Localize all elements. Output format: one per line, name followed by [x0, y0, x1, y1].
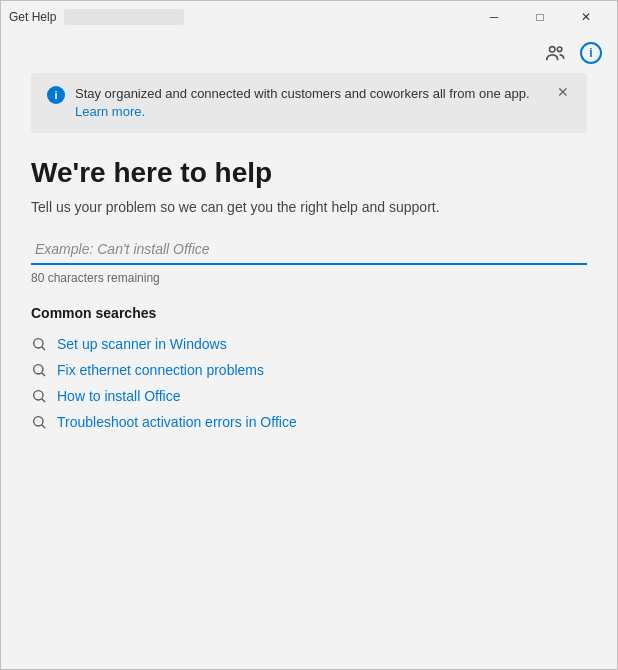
search-item[interactable]: How to install Office [31, 383, 587, 409]
info-icon-button[interactable]: i [577, 39, 605, 67]
title-bar-left: Get Help [9, 9, 184, 25]
banner-info-icon: i [47, 86, 65, 104]
info-icon: i [580, 42, 602, 64]
search-item[interactable]: Troubleshoot activation errors in Office [31, 409, 587, 435]
svg-line-5 [42, 373, 45, 376]
svg-point-4 [34, 365, 43, 374]
people-icon-button[interactable] [541, 39, 569, 67]
svg-line-9 [42, 425, 45, 428]
close-button[interactable]: ✕ [563, 1, 609, 33]
title-bar-search-placeholder [64, 9, 184, 25]
minimize-button[interactable]: ─ [471, 1, 517, 33]
info-banner: i Stay organized and connected with cust… [31, 73, 587, 133]
svg-line-3 [42, 347, 45, 350]
search-item-icon [31, 362, 47, 378]
window-title: Get Help [9, 10, 56, 24]
search-item[interactable]: Set up scanner in Windows [31, 331, 587, 357]
main-heading: We're here to help [31, 157, 587, 189]
search-item-label: Fix ethernet connection problems [57, 362, 264, 378]
toolbar: i [1, 33, 617, 73]
search-item-icon [31, 336, 47, 352]
common-searches-title: Common searches [31, 305, 587, 321]
svg-point-1 [557, 47, 562, 52]
search-item-label: Troubleshoot activation errors in Office [57, 414, 297, 430]
title-bar-controls: ─ □ ✕ [471, 1, 609, 33]
common-searches-list: Set up scanner in WindowsFix ethernet co… [31, 331, 587, 435]
banner-text: Stay organized and connected with custom… [75, 85, 545, 121]
app-window: Get Help ─ □ ✕ i i [0, 0, 618, 670]
banner-close-button[interactable]: ✕ [555, 85, 571, 99]
search-item[interactable]: Fix ethernet connection problems [31, 357, 587, 383]
svg-point-6 [34, 391, 43, 400]
search-input[interactable] [31, 235, 587, 265]
search-item-icon [31, 388, 47, 404]
svg-point-2 [34, 339, 43, 348]
search-item-label: How to install Office [57, 388, 180, 404]
svg-point-0 [550, 47, 556, 53]
banner-learn-more-link[interactable]: Learn more. [75, 104, 145, 119]
maximize-button[interactable]: □ [517, 1, 563, 33]
search-item-label: Set up scanner in Windows [57, 336, 227, 352]
search-container [31, 235, 587, 265]
title-bar: Get Help ─ □ ✕ [1, 1, 617, 33]
svg-line-7 [42, 399, 45, 402]
main-content: i Stay organized and connected with cust… [1, 73, 617, 669]
search-item-icon [31, 414, 47, 430]
sub-heading: Tell us your problem so we can get you t… [31, 199, 587, 215]
char-count: 80 characters remaining [31, 271, 587, 285]
people-icon [544, 42, 566, 64]
svg-point-8 [34, 417, 43, 426]
